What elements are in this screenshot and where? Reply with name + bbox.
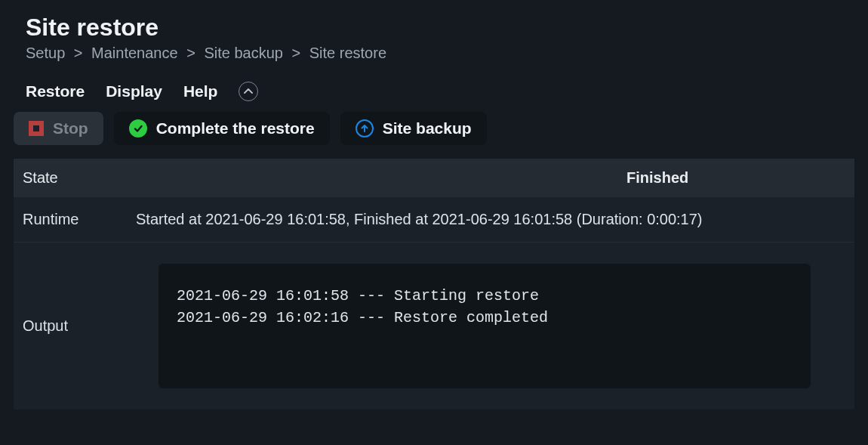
menu-restore[interactable]: Restore (26, 82, 85, 100)
stop-button-label: Stop (53, 119, 88, 138)
breadcrumb-item[interactable]: Maintenance (91, 45, 178, 61)
breadcrumb-separator: > (186, 45, 195, 61)
output-row: Output 2021-06-29 16:01:58 --- Starting … (14, 243, 854, 409)
complete-restore-label: Complete the restore (156, 119, 315, 138)
complete-restore-button[interactable]: Complete the restore (114, 112, 330, 145)
runtime-label: Runtime (23, 211, 136, 228)
breadcrumb-separator: > (292, 45, 301, 61)
status-table: State Finished Runtime Started at 2021-0… (14, 159, 854, 409)
stop-button[interactable]: Stop (14, 112, 103, 145)
breadcrumb-separator: > (74, 45, 83, 61)
page-title: Site restore (26, 14, 854, 42)
runtime-row: Runtime Started at 2021-06-29 16:01:58, … (14, 197, 854, 243)
runtime-value: Started at 2021-06-29 16:01:58, Finished… (136, 211, 845, 228)
stop-icon (29, 121, 44, 136)
chevron-up-icon (244, 88, 253, 94)
breadcrumb-item[interactable]: Site backup (204, 45, 283, 61)
breadcrumb-item[interactable]: Site restore (309, 45, 386, 61)
breadcrumb-item[interactable]: Setup (26, 45, 65, 61)
breadcrumb: Setup > Maintenance > Site backup > Site… (26, 45, 854, 62)
menubar: Restore Display Help (14, 76, 854, 112)
site-backup-button[interactable]: Site backup (340, 112, 487, 145)
collapse-button[interactable] (239, 82, 258, 101)
column-header-state: State (23, 169, 136, 187)
arrow-up-circle-icon (356, 119, 374, 138)
column-header-status: Finished (626, 169, 845, 187)
menu-display[interactable]: Display (106, 82, 162, 100)
site-backup-label: Site backup (383, 119, 472, 138)
check-circle-icon (129, 119, 147, 138)
action-toolbar: Stop Complete the restore Site backup (14, 112, 854, 159)
menu-help[interactable]: Help (183, 82, 218, 100)
output-label: Output (23, 317, 159, 335)
output-console: 2021-06-29 16:01:58 --- Starting restore… (159, 264, 811, 388)
table-header-row: State Finished (14, 159, 854, 197)
